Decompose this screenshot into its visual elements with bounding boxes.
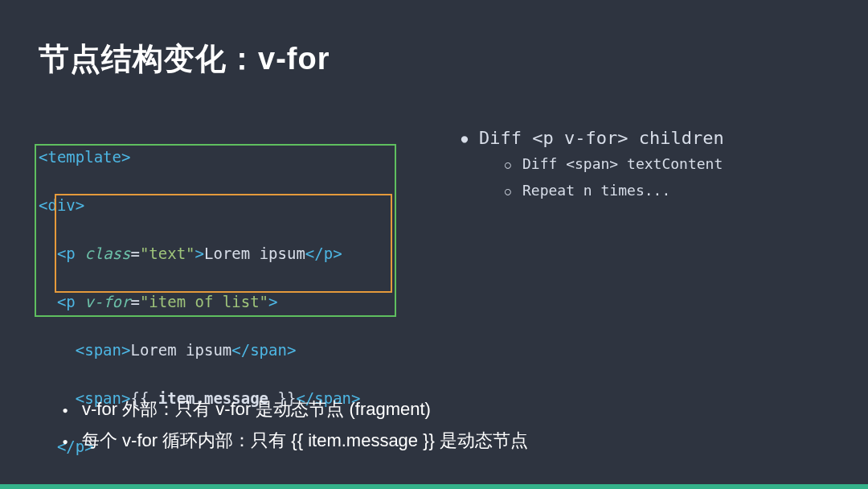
footer-bullet-item: v-for 外部：只有 v-for 是动态节点 (fragment) bbox=[48, 394, 528, 425]
footer-bullet-item: 每个 v-for 循环内部：只有 {{ item.message }} 是动态节… bbox=[48, 425, 528, 457]
code-line: <p v-for="item of list"> bbox=[39, 290, 360, 314]
accent-bar bbox=[0, 484, 868, 489]
bullet-list: Diff <p v-for> children Diff <span> text… bbox=[450, 125, 724, 204]
bullet-sub-item: Repeat n times... bbox=[493, 178, 724, 204]
code-line: <span>Lorem ipsum</span> bbox=[39, 338, 360, 362]
footer-bullet-list: v-for 外部：只有 v-for 是动态节点 (fragment) 每个 v-… bbox=[48, 394, 528, 457]
bullet-sub-item: Diff <span> textContent bbox=[493, 151, 724, 178]
slide-title: 节点结构变化：v-for bbox=[39, 39, 330, 80]
bullet-item: Diff <p v-for> children bbox=[450, 125, 724, 151]
code-line: <div> bbox=[39, 193, 360, 217]
code-line: <p class="text">Lorem ipsum</p> bbox=[39, 241, 360, 265]
code-line: <template> bbox=[39, 145, 360, 169]
